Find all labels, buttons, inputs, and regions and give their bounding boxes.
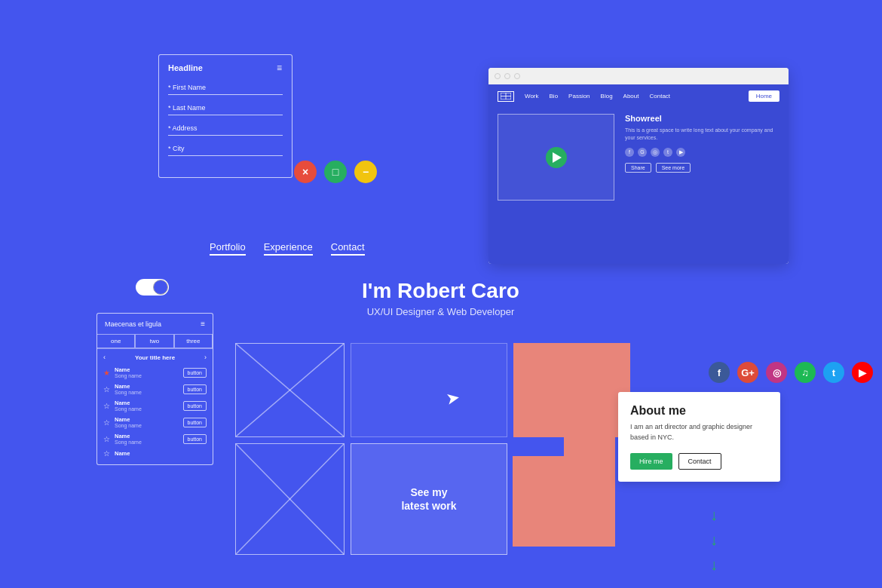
star-icon[interactable]: ☆ xyxy=(103,449,110,458)
music-info: Name Song name xyxy=(115,400,179,412)
nav-tabs: Portfolio Experience Contact xyxy=(210,241,365,256)
music-button[interactable]: button xyxy=(183,418,207,427)
star-icon[interactable]: ☆ xyxy=(103,435,110,443)
music-button[interactable]: button xyxy=(183,401,207,411)
hero-section: I'm Robert Caro UX/UI Designer & Web Dev… xyxy=(362,279,519,317)
music-button[interactable]: button xyxy=(183,434,207,444)
music-next-icon[interactable]: › xyxy=(204,354,207,361)
twitter-icon[interactable]: t xyxy=(663,148,672,157)
traffic-lights: × □ − xyxy=(294,161,377,183)
music-widget-title: Maecenas et ligula xyxy=(105,320,161,328)
form-field-line xyxy=(168,94,283,95)
portfolio-cell-1[interactable] xyxy=(235,343,345,437)
music-info: Name Song name xyxy=(115,383,179,395)
down-arrow-1[interactable]: ↓ xyxy=(710,507,718,524)
music-song: Song name xyxy=(115,406,179,412)
star-icon[interactable]: ☆ xyxy=(103,418,110,427)
browser-video-area[interactable] xyxy=(498,114,614,201)
gplus-icon[interactable]: G xyxy=(638,148,647,157)
see-more-button[interactable]: See more xyxy=(656,163,691,173)
twitter-social-icon[interactable]: t xyxy=(823,362,844,383)
close-button[interactable]: × xyxy=(294,161,317,183)
browser-dot-1 xyxy=(495,73,501,79)
music-name: Name xyxy=(115,450,207,457)
browser-logo xyxy=(498,91,514,102)
instagram-icon[interactable]: ◎ xyxy=(651,148,660,157)
star-icon[interactable]: ☆ xyxy=(103,385,110,394)
music-tab-one[interactable]: one xyxy=(97,334,135,348)
music-info: Name Song name xyxy=(115,433,179,445)
form-label-city: * City xyxy=(168,145,283,152)
form-widget: Headline ≡ * First Name * Last Name * Ad… xyxy=(158,54,292,178)
browser-nav-bio[interactable]: Bio xyxy=(550,93,559,100)
play-icon xyxy=(553,152,562,163)
browser-showreel-heading: Showreel xyxy=(625,114,779,123)
facebook-social-icon[interactable]: f xyxy=(709,362,730,383)
play-button[interactable] xyxy=(546,147,567,168)
music-name: Name xyxy=(115,400,179,406)
spotify-social-icon[interactable]: ♫ xyxy=(795,362,816,383)
browser-nav: Work Bio Passion Blog About Contact Home xyxy=(488,84,789,108)
about-title: About me xyxy=(630,404,768,418)
music-nav: ‹ Your title here › xyxy=(97,354,213,361)
see-latest-text: See mylatest work xyxy=(401,485,456,513)
browser-description: This is a great space to write long text… xyxy=(625,127,779,142)
music-song: Song name xyxy=(115,423,179,428)
music-tab-two[interactable]: two xyxy=(135,334,173,348)
hire-me-button[interactable]: Hire me xyxy=(630,453,672,470)
music-button[interactable]: button xyxy=(183,384,207,394)
tab-portfolio[interactable]: Portfolio xyxy=(210,241,246,256)
music-info: Name xyxy=(115,450,207,457)
browser-nav-passion[interactable]: Passion xyxy=(568,93,590,100)
facebook-icon[interactable]: f xyxy=(625,148,634,157)
hero-name: I'm Robert Caro xyxy=(362,279,519,303)
music-info: Name Song name xyxy=(115,416,179,428)
music-song: Song name xyxy=(115,390,179,395)
music-name: Name xyxy=(115,416,179,423)
hamburger-icon[interactable]: ≡ xyxy=(277,63,283,73)
browser-nav-work[interactable]: Work xyxy=(525,93,539,100)
tab-contact[interactable]: Contact xyxy=(331,241,365,256)
music-row: ★ Name Song name button xyxy=(97,364,213,381)
about-description: I am an art director and graphic designe… xyxy=(630,422,768,443)
form-field-city: * City xyxy=(168,145,283,156)
minimize-button[interactable]: − xyxy=(354,161,377,183)
browser-content: Work Bio Passion Blog About Contact Home… xyxy=(488,84,789,264)
instagram-social-icon[interactable]: ◎ xyxy=(766,362,787,383)
youtube-icon[interactable]: ▶ xyxy=(676,148,685,157)
maximize-button[interactable]: □ xyxy=(324,161,347,183)
browser-nav-about[interactable]: About xyxy=(623,93,639,100)
music-row: ☆ Name Song name button xyxy=(97,381,213,397)
portfolio-cell-4[interactable] xyxy=(235,443,345,555)
star-icon-filled[interactable]: ★ xyxy=(103,369,110,377)
down-arrow-3[interactable]: ↓ xyxy=(710,556,718,574)
music-hamburger-icon[interactable]: ≡ xyxy=(201,320,205,328)
portfolio-cell-3[interactable] xyxy=(513,343,630,437)
form-field-line xyxy=(168,155,283,156)
browser-text-area: Showreel This is a great space to write … xyxy=(625,114,779,258)
music-tab-three[interactable]: three xyxy=(174,334,213,348)
tab-experience[interactable]: Experience xyxy=(264,241,313,256)
browser-home-button[interactable]: Home xyxy=(749,90,779,102)
toggle-container xyxy=(136,279,169,296)
portfolio-cell-2[interactable] xyxy=(351,343,507,437)
music-widget-header: Maecenas et ligula ≡ xyxy=(97,320,213,328)
form-label-firstname: * First Name xyxy=(168,84,283,91)
music-widget: Maecenas et ligula ≡ one two three ‹ You… xyxy=(96,313,213,465)
music-row: ☆ Name xyxy=(97,447,213,460)
star-icon[interactable]: ☆ xyxy=(103,402,110,410)
contact-button[interactable]: Contact xyxy=(678,453,721,470)
portfolio-cell-see-latest[interactable]: See mylatest work xyxy=(351,443,507,555)
form-field-line xyxy=(168,115,283,115)
gplus-social-icon[interactable]: G+ xyxy=(737,362,758,383)
browser-nav-contact[interactable]: Contact xyxy=(649,93,670,100)
toggle-switch[interactable] xyxy=(136,279,169,296)
share-button[interactable]: Share xyxy=(625,163,651,173)
browser-nav-blog[interactable]: Blog xyxy=(601,93,613,100)
music-prev-icon[interactable]: ‹ xyxy=(103,354,106,361)
music-row: ☆ Name Song name button xyxy=(97,430,213,447)
music-row: ☆ Name Song name button xyxy=(97,414,213,430)
music-button[interactable]: button xyxy=(183,368,207,378)
down-arrow-2[interactable]: ↓ xyxy=(710,531,718,549)
youtube-social-icon[interactable]: ▶ xyxy=(852,362,873,383)
